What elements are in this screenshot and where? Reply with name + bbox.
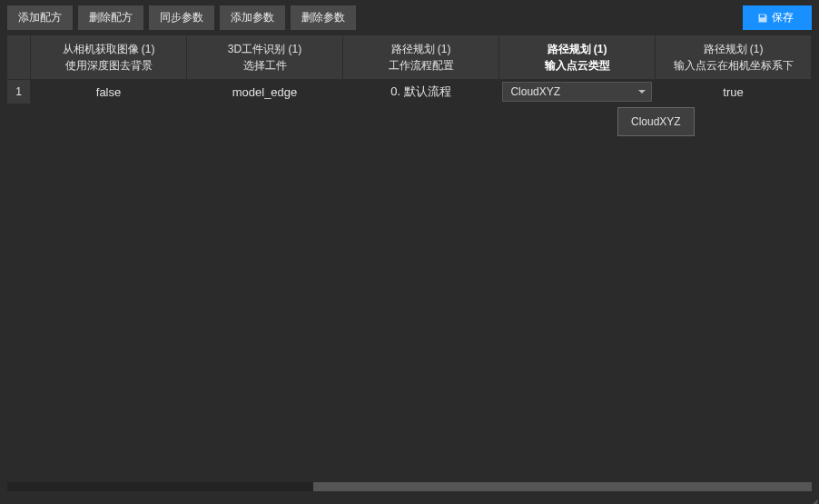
point-cloud-type-select[interactable]: CloudXYZ bbox=[502, 82, 651, 102]
column-header-line2: 输入点云类型 bbox=[503, 57, 651, 74]
dropdown-option[interactable]: CloudXYZ bbox=[617, 107, 695, 136]
resize-grip-icon[interactable] bbox=[809, 494, 818, 503]
add-recipe-button[interactable]: 添加配方 bbox=[7, 5, 73, 30]
select-value: CloudXYZ bbox=[510, 85, 560, 98]
save-icon bbox=[757, 13, 768, 24]
table-row: 1 false model_edge 0. 默认流程 CloudXYZ true bbox=[7, 80, 812, 104]
column-header-line1: 路径规划 (1) bbox=[503, 41, 651, 57]
column-header-active[interactable]: 路径规划 (1) 输入点云类型 bbox=[499, 35, 656, 79]
table-cell[interactable]: 0. 默认流程 bbox=[343, 80, 499, 104]
row-index[interactable]: 1 bbox=[7, 80, 31, 104]
horizontal-scrollbar-thumb[interactable] bbox=[313, 482, 812, 491]
save-button-label: 保存 bbox=[772, 10, 794, 25]
column-header-line1: 路径规划 (1) bbox=[659, 41, 807, 57]
table-body: 1 false model_edge 0. 默认流程 CloudXYZ true bbox=[7, 80, 812, 104]
row-header-corner bbox=[7, 35, 31, 79]
table-cell[interactable]: true bbox=[656, 80, 812, 104]
table-cell[interactable]: false bbox=[31, 80, 187, 104]
column-header-line1: 从相机获取图像 (1) bbox=[35, 41, 183, 57]
column-header-line2: 工作流程配置 bbox=[347, 57, 495, 74]
column-header-line2: 输入点云在相机坐标系下 bbox=[659, 57, 807, 74]
column-header[interactable]: 路径规划 (1) 输入点云在相机坐标系下 bbox=[656, 35, 812, 79]
delete-param-button[interactable]: 删除参数 bbox=[291, 5, 356, 30]
column-header[interactable]: 路径规划 (1) 工作流程配置 bbox=[343, 35, 499, 79]
column-header-line2: 选择工件 bbox=[191, 57, 339, 74]
delete-recipe-button[interactable]: 删除配方 bbox=[78, 5, 143, 30]
column-header-line1: 3D工件识别 (1) bbox=[191, 41, 339, 57]
table: 从相机获取图像 (1) 使用深度图去背景 3D工件识别 (1) 选择工件 路径规… bbox=[0, 35, 819, 104]
table-cell-select[interactable]: CloudXYZ bbox=[499, 80, 656, 104]
add-param-button[interactable]: 添加参数 bbox=[220, 5, 285, 30]
column-header-line2: 使用深度图去背景 bbox=[35, 57, 183, 74]
horizontal-scrollbar[interactable] bbox=[7, 482, 812, 491]
table-header: 从相机获取图像 (1) 使用深度图去背景 3D工件识别 (1) 选择工件 路径规… bbox=[7, 35, 812, 80]
save-button[interactable]: 保存 bbox=[743, 5, 812, 30]
column-header[interactable]: 从相机获取图像 (1) 使用深度图去背景 bbox=[31, 35, 187, 79]
toolbar: 添加配方 删除配方 同步参数 添加参数 删除参数 保存 bbox=[0, 0, 819, 35]
column-header-line1: 路径规划 (1) bbox=[347, 41, 495, 57]
column-header[interactable]: 3D工件识别 (1) 选择工件 bbox=[187, 35, 343, 79]
chevron-down-icon bbox=[638, 90, 646, 94]
table-cell[interactable]: model_edge bbox=[187, 80, 343, 104]
sync-params-button[interactable]: 同步参数 bbox=[149, 5, 214, 30]
